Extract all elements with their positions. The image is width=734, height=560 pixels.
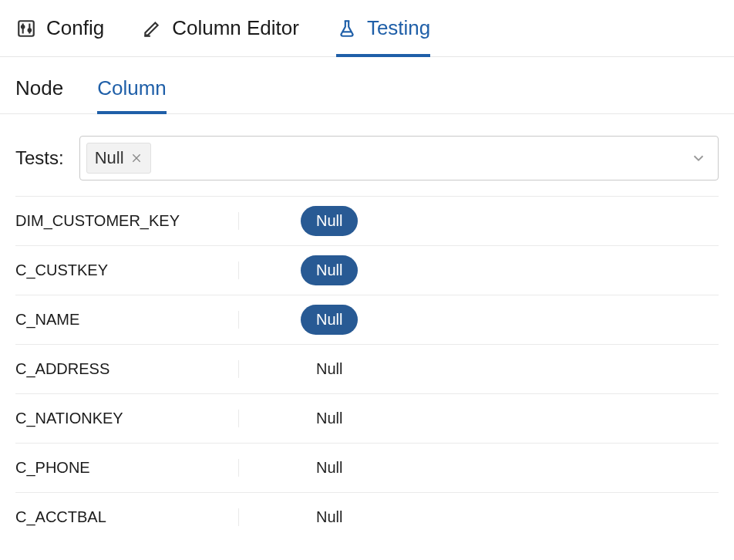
chevron-down-icon	[690, 150, 707, 167]
pencil-icon	[141, 18, 163, 39]
tab-config-label: Config	[46, 16, 104, 40]
svg-rect-0	[19, 21, 34, 36]
table-row: C_NAME Null	[15, 295, 719, 344]
column-pill-cell: Null	[239, 453, 719, 483]
column-pill-cell: Null	[239, 403, 719, 433]
column-name: C_NAME	[15, 311, 239, 329]
column-test-table: DIM_CUSTOMER_KEY Null C_CUSTKEY Null C_N…	[0, 196, 734, 541]
tests-selector-row: Tests: Null	[0, 114, 734, 196]
column-pill-cell: Null	[239, 305, 719, 335]
column-pill-cell: Null	[239, 206, 719, 236]
tab-config[interactable]: Config	[15, 16, 104, 57]
table-row: C_PHONE Null	[15, 443, 719, 492]
column-name: DIM_CUSTOMER_KEY	[15, 212, 239, 230]
sub-tab-bar: Node Column	[0, 57, 734, 114]
svg-point-4	[29, 29, 31, 31]
tab-testing-label: Testing	[367, 16, 430, 40]
column-name: C_PHONE	[15, 459, 239, 477]
column-name: C_NATIONKEY	[15, 410, 239, 427]
svg-point-3	[22, 25, 24, 28]
tests-tag-label: Null	[95, 148, 124, 168]
tab-testing[interactable]: Testing	[336, 16, 430, 57]
table-row: C_ACCTBAL Null	[15, 492, 719, 541]
null-pill[interactable]: Null	[301, 502, 358, 532]
tests-tag: Null	[86, 143, 151, 174]
close-icon[interactable]	[130, 152, 143, 164]
tests-label: Tests:	[15, 147, 64, 169]
sub-tab-column-label: Column	[97, 76, 167, 100]
table-row: C_ADDRESS Null	[15, 344, 719, 393]
null-pill[interactable]: Null	[301, 255, 358, 285]
top-tab-bar: Config Column Editor Testing	[0, 0, 734, 57]
column-name: C_ACCTBAL	[15, 508, 239, 526]
table-row: DIM_CUSTOMER_KEY Null	[15, 196, 719, 245]
column-name: C_ADDRESS	[15, 360, 239, 378]
column-name: C_CUSTKEY	[15, 261, 239, 279]
column-pill-cell: Null	[239, 354, 719, 384]
sub-tab-node-label: Node	[15, 76, 63, 100]
column-pill-cell: Null	[239, 502, 719, 532]
sliders-icon	[15, 18, 37, 39]
column-pill-cell: Null	[239, 255, 719, 285]
flask-icon	[336, 18, 358, 39]
null-pill[interactable]: Null	[301, 403, 358, 433]
null-pill[interactable]: Null	[301, 453, 358, 483]
sub-tab-node[interactable]: Node	[15, 76, 63, 114]
null-pill[interactable]: Null	[301, 305, 358, 335]
table-row: C_CUSTKEY Null	[15, 245, 719, 295]
tab-column-editor-label: Column Editor	[172, 16, 299, 40]
tests-select[interactable]: Null	[79, 136, 719, 180]
tab-column-editor[interactable]: Column Editor	[141, 16, 299, 57]
sub-tab-column[interactable]: Column	[97, 76, 167, 114]
null-pill[interactable]: Null	[301, 354, 358, 384]
table-row: C_NATIONKEY Null	[15, 393, 719, 443]
null-pill[interactable]: Null	[301, 206, 358, 236]
